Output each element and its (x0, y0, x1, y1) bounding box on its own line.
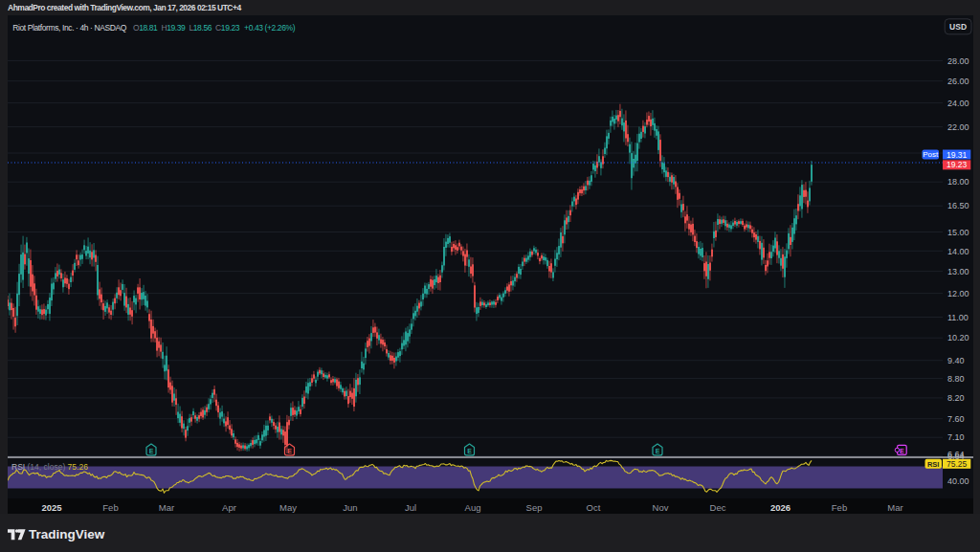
svg-text:Jun: Jun (343, 502, 357, 513)
svg-text:E: E (467, 448, 472, 454)
svg-text:19.31: 19.31 (947, 150, 968, 160)
svg-text:RSI: RSI (927, 460, 940, 469)
svg-text:Jul: Jul (405, 502, 416, 513)
svg-text:Post: Post (923, 150, 939, 159)
svg-text:26.00: 26.00 (947, 77, 969, 86)
svg-text:40.00: 40.00 (947, 476, 969, 486)
svg-text:Apr: Apr (222, 502, 236, 513)
svg-text:Mar: Mar (887, 502, 902, 513)
svg-text:18.00: 18.00 (947, 177, 969, 187)
svg-text:May: May (279, 502, 297, 513)
svg-text:E: E (900, 448, 904, 454)
svg-text:Feb: Feb (832, 502, 847, 513)
svg-text:Riot Platforms, Inc. · 4h · NA: Riot Platforms, Inc. · 4h · NASDAQ O18.8… (12, 23, 295, 33)
svg-text:6.64: 6.64 (947, 450, 965, 459)
svg-text:24.00: 24.00 (947, 99, 969, 108)
svg-text:RSI (14, close) 75.26: RSI (14, close) 75.26 (11, 462, 88, 472)
svg-text:E: E (149, 448, 154, 454)
svg-text:7.10: 7.10 (947, 432, 965, 442)
svg-text:13.00: 13.00 (947, 267, 969, 276)
svg-text:28.00: 28.00 (947, 56, 969, 66)
svg-text:Mar: Mar (159, 502, 174, 513)
svg-text:Aug: Aug (465, 502, 481, 513)
svg-text:7.60: 7.60 (947, 414, 965, 424)
svg-text:10.20: 10.20 (947, 333, 969, 342)
svg-text:E: E (287, 448, 292, 454)
svg-text:E: E (656, 448, 660, 454)
svg-text:Nov: Nov (653, 502, 669, 513)
svg-text:9.40: 9.40 (947, 356, 965, 365)
svg-text:8.80: 8.80 (947, 374, 965, 384)
svg-text:Sep: Sep (526, 502, 543, 513)
svg-text:2026: 2026 (770, 502, 791, 513)
svg-text:22.00: 22.00 (947, 122, 969, 132)
svg-text:USD: USD (949, 22, 967, 32)
svg-text:Feb: Feb (102, 502, 118, 513)
svg-text:8.20: 8.20 (947, 393, 965, 403)
svg-text:Oct: Oct (587, 502, 601, 513)
svg-text:Dec: Dec (710, 502, 726, 513)
svg-text:14.00: 14.00 (947, 247, 969, 256)
svg-text:2025: 2025 (41, 502, 62, 513)
svg-text:16.50: 16.50 (947, 201, 969, 210)
svg-text:11.00: 11.00 (947, 313, 969, 322)
svg-text:12.00: 12.00 (947, 289, 969, 298)
svg-text:19.23: 19.23 (947, 160, 968, 169)
svg-text:15.00: 15.00 (947, 228, 969, 237)
svg-text:75.25: 75.25 (947, 459, 968, 469)
